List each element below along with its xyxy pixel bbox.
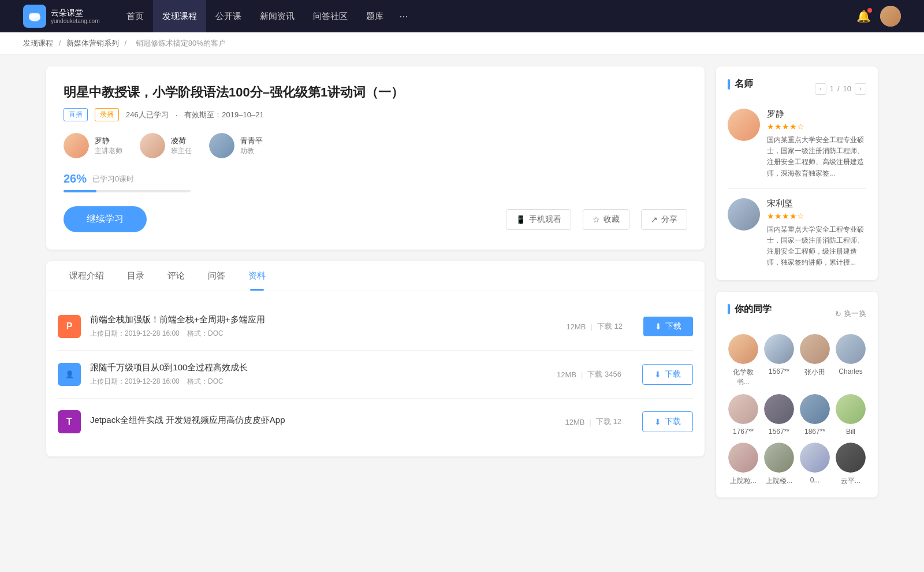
refresh-classmates-button[interactable]: ↻ 换一换: [835, 309, 866, 319]
classmate-name-9: 上院粒...: [730, 476, 757, 486]
breadcrumb: 发现课程 / 新媒体营销系列 / 销冠修炼术搞定80%的客户: [0, 32, 924, 55]
collect-button[interactable]: ☆ 收藏: [583, 209, 629, 230]
download-icon-3: ⬇: [654, 417, 661, 426]
valid-date: 有效期至：2019–10–21: [184, 110, 263, 120]
file-stats-1: 12MB | 下载 12: [567, 321, 623, 332]
tp-name-2: 宋利坚: [767, 198, 866, 209]
classmate-1: 化学教书...: [728, 334, 759, 387]
collect-label: 收藏: [603, 214, 620, 225]
breadcrumb-current: 销冠修炼术搞定80%的客户: [136, 39, 226, 47]
tab-intro[interactable]: 课程介绍: [58, 261, 116, 291]
tp-desc-1: 国内某重点大学安全工程专业硕士，国家一级注册消防工程师、注册安全工程师、高级注册…: [767, 135, 866, 179]
classmate-name-12: 云平...: [841, 476, 860, 486]
download-button-1[interactable]: ⬇ 下载: [643, 317, 693, 336]
badge-record: 录播: [95, 108, 119, 121]
teachers-pagination: ‹ 1 / 10 ›: [815, 83, 866, 95]
navbar: 云朵课堂 yundouketang.com 首页 发现课程 公开课 新闻资讯 问…: [0, 0, 924, 32]
nav-open[interactable]: 公开课: [206, 0, 251, 32]
left-panel: 明星中教授课，小学阶段语法100分–强化级第1讲动词（一） 直播 录播 246人…: [46, 66, 705, 497]
teacher-2: 凌荷 班主任: [140, 133, 192, 158]
progress-bar-fill: [64, 190, 96, 192]
pagination-total: 10: [843, 84, 851, 93]
file-meta-2: 上传日期：2019-12-28 16:00 格式：DOC: [90, 377, 547, 387]
teacher-profile-1: 罗静 ★★★★☆ 国内某重点大学安全工程专业硕士，国家一级注册消防工程师、注册安…: [728, 109, 866, 189]
tab-qa[interactable]: 问答: [196, 261, 237, 291]
nav-qa[interactable]: 问答社区: [304, 0, 357, 32]
tab-review[interactable]: 评论: [156, 261, 196, 291]
file-info-1: 前端全栈加强版！前端全栈+全周期+多端应用 上传日期：2019-12-28 16…: [90, 314, 557, 339]
teacher-1-avatar: [64, 133, 89, 158]
file-icon-3: T: [58, 410, 81, 433]
star-icon: ☆: [593, 215, 600, 224]
breadcrumb-sep-2: /: [124, 39, 128, 47]
bell-icon[interactable]: 🔔: [856, 9, 871, 23]
classmate-name-1: 化学教书...: [728, 367, 759, 387]
pagination-prev[interactable]: ‹: [815, 83, 826, 95]
teacher-3-name: 青青平: [240, 136, 263, 146]
classmate-name-7: 1867**: [804, 428, 825, 436]
classmate-4: Charles: [835, 334, 866, 387]
user-avatar[interactable]: [880, 6, 901, 27]
mobile-watch-label: 手机观看: [529, 214, 561, 225]
tp-avatar-1: [728, 109, 760, 141]
classmate-name-8: Bill: [846, 428, 855, 436]
progress-section: 26% 已学习0课时: [64, 172, 687, 192]
course-title: 明星中教授课，小学阶段语法100分–强化级第1讲动词（一）: [64, 84, 687, 101]
progress-percent: 26%: [64, 172, 87, 185]
main-content: 明星中教授课，小学阶段语法100分–强化级第1讲动词（一） 直播 录播 246人…: [23, 55, 901, 509]
tp-avatar-2: [728, 198, 760, 231]
file-icon-2: 👤: [58, 363, 81, 386]
tp-stars-1: ★★★★☆: [767, 122, 866, 131]
avatar-image: [880, 6, 901, 27]
nav-quiz[interactable]: 题库: [357, 0, 393, 32]
tp-desc-2: 国内某重点大学安全工程专业硕士，国家一级注册消防工程师、注册安全工程师，级注册建…: [767, 224, 866, 269]
tab-resources[interactable]: 资料: [237, 261, 277, 291]
teacher-1-name: 罗静: [95, 136, 122, 146]
teacher-profile-2: 宋利坚 ★★★★☆ 国内某重点大学安全工程专业硕士，国家一级注册消防工程师、注册…: [728, 198, 866, 269]
breadcrumb-link-discover[interactable]: 发现课程: [23, 39, 53, 47]
nav-news[interactable]: 新闻资讯: [251, 0, 304, 32]
pagination-next[interactable]: ›: [855, 83, 866, 95]
classmate-8: Bill: [835, 394, 866, 436]
refresh-icon: ↻: [835, 310, 841, 318]
nav-items: 首页 发现课程 公开课 新闻资讯 问答社区 题库 ···: [117, 0, 856, 32]
teachers-panel-title: 名师: [728, 78, 753, 90]
download-button-3[interactable]: ⬇ 下载: [642, 411, 693, 432]
nav-logo[interactable]: 云朵课堂 yundouketang.com: [23, 5, 100, 28]
course-card: 明星中教授课，小学阶段语法100分–强化级第1讲动词（一） 直播 录播 246人…: [46, 66, 705, 250]
classmate-name-3: 张小田: [804, 367, 825, 377]
teacher-3-role: 助教: [240, 146, 263, 156]
classmate-name-2: 1567**: [769, 367, 789, 376]
breadcrumb-sep-1: /: [59, 39, 63, 47]
share-button[interactable]: ↗ 分享: [641, 209, 687, 230]
tab-catalog[interactable]: 目录: [116, 261, 156, 291]
teacher-2-role: 班主任: [171, 146, 192, 156]
classmate-name-5: 1767**: [733, 428, 754, 436]
file-icon-1: P: [58, 315, 81, 338]
classmate-6: 1567**: [763, 394, 795, 436]
teacher-1: 罗静 主讲老师: [64, 133, 122, 158]
teacher-3: 青青平 助教: [209, 133, 263, 158]
progress-text: 已学习0课时: [92, 174, 134, 184]
nav-more[interactable]: ···: [393, 0, 415, 32]
file-meta-1: 上传日期：2019-12-28 16:00 格式：DOC: [90, 329, 557, 339]
breadcrumb-link-series[interactable]: 新媒体营销系列: [66, 39, 119, 47]
nav-discover[interactable]: 发现课程: [153, 0, 206, 32]
download-button-2[interactable]: ⬇ 下载: [642, 364, 693, 385]
classmates-grid: 化学教书... 1567** 张小田 Charles 1767**: [728, 334, 866, 486]
course-meta: 直播 录播 246人已学习 · 有效期至：2019–10–21: [64, 108, 687, 121]
continue-study-button[interactable]: 继续学习: [64, 206, 147, 232]
file-item-3: T Jetpack全组件实战 开发短视频应用高仿皮皮虾App 12MB | 下载…: [58, 399, 693, 445]
teacher-2-avatar: [140, 133, 165, 158]
action-buttons: 📱 手机观看 ☆ 收藏 ↗ 分享: [506, 209, 687, 230]
nav-home[interactable]: 首页: [117, 0, 153, 32]
mobile-icon: 📱: [516, 215, 526, 224]
share-icon: ↗: [651, 215, 658, 224]
logo-icon: [23, 5, 46, 28]
svg-point-2: [34, 13, 40, 17]
classmate-5: 1767**: [728, 394, 759, 436]
tp-stars-2: ★★★★☆: [767, 211, 866, 221]
mobile-watch-button[interactable]: 📱 手机观看: [506, 209, 571, 230]
badge-live: 直播: [64, 108, 88, 121]
teacher-2-name: 凌荷: [171, 136, 192, 146]
